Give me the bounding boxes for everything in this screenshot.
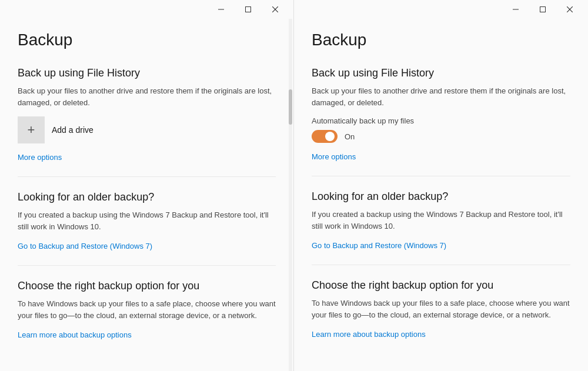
left-older-backup-link[interactable]: Go to Backup and Restore (Windows 7)	[18, 242, 152, 250]
right-window: Backup Back up using File History Back u…	[294, 0, 588, 371]
left-close-button[interactable]	[262, 0, 289, 19]
right-older-backup-section: Looking for an older backup? If you crea…	[312, 190, 570, 250]
right-separator-1	[312, 176, 570, 176]
svg-rect-4	[513, 9, 519, 10]
left-add-drive-button[interactable]: + Add a drive	[18, 116, 276, 143]
left-add-drive-label: Add a drive	[52, 125, 93, 135]
left-file-history-section: Back up using File History Back up your …	[18, 67, 276, 162]
left-separator-1	[18, 176, 276, 177]
right-toggle-row: On	[312, 130, 570, 143]
right-right-option-link[interactable]: Learn more about backup options	[312, 330, 426, 339]
left-maximize-button[interactable]	[235, 0, 262, 19]
left-file-history-desc: Back up your files to another drive and …	[18, 85, 276, 108]
left-content: Backup Back up using File History Back u…	[0, 19, 293, 371]
right-file-history-title: Back up using File History	[312, 67, 570, 79]
left-file-history-title: Back up using File History	[18, 67, 276, 79]
left-more-options-link[interactable]: More options	[18, 153, 62, 162]
left-right-option-desc: To have Windows back up your files to a …	[18, 298, 276, 321]
left-older-backup-desc: If you created a backup using the Window…	[18, 209, 276, 232]
left-older-backup-title: Looking for an older backup?	[18, 191, 276, 203]
right-auto-backup-toggle[interactable]	[312, 130, 338, 143]
right-right-option-title: Choose the right backup option for you	[312, 279, 570, 292]
svg-rect-0	[218, 9, 224, 10]
right-content: Backup Back up using File History Back u…	[294, 19, 588, 371]
right-older-backup-title: Looking for an older backup?	[312, 190, 570, 203]
right-right-option-section: Choose the right backup option for you T…	[312, 279, 570, 339]
left-older-backup-section: Looking for an older backup? If you crea…	[18, 191, 276, 251]
left-right-option-title: Choose the right backup option for you	[18, 280, 276, 292]
right-more-options-link[interactable]: More options	[312, 152, 356, 161]
right-older-backup-desc: If you created a backup using the Window…	[312, 209, 570, 232]
right-toggle-thumb	[325, 132, 335, 141]
right-file-history-section: Back up using File History Back up your …	[312, 67, 570, 162]
right-title-bar	[294, 0, 588, 19]
svg-rect-5	[540, 7, 546, 12]
left-window: Backup Back up using File History Back u…	[0, 0, 294, 371]
right-older-backup-link[interactable]: Go to Backup and Restore (Windows 7)	[312, 241, 446, 250]
left-separator-2	[18, 265, 276, 266]
right-minimize-button[interactable]	[502, 0, 529, 19]
right-auto-backup-label: Automatically back up my files	[312, 116, 570, 125]
left-page-title: Backup	[18, 31, 276, 49]
right-file-history-desc: Back up your files to another drive and …	[312, 85, 570, 108]
left-right-option-section: Choose the right backup option for you T…	[18, 280, 276, 340]
left-scrollbar[interactable]	[289, 19, 292, 371]
right-page-title: Backup	[312, 31, 570, 49]
right-close-button[interactable]	[556, 0, 583, 19]
left-scrollbar-thumb	[289, 89, 292, 125]
left-minimize-button[interactable]	[208, 0, 235, 19]
right-right-option-desc: To have Windows back up your files to a …	[312, 298, 570, 320]
left-add-drive-icon: +	[18, 116, 45, 143]
svg-rect-1	[246, 7, 251, 12]
left-right-option-link[interactable]: Learn more about backup options	[18, 330, 132, 339]
right-toggle-state-label: On	[345, 132, 355, 141]
right-maximize-button[interactable]	[529, 0, 556, 19]
left-title-bar	[0, 0, 293, 19]
right-separator-2	[312, 265, 570, 265]
right-toggle-track	[312, 130, 338, 143]
